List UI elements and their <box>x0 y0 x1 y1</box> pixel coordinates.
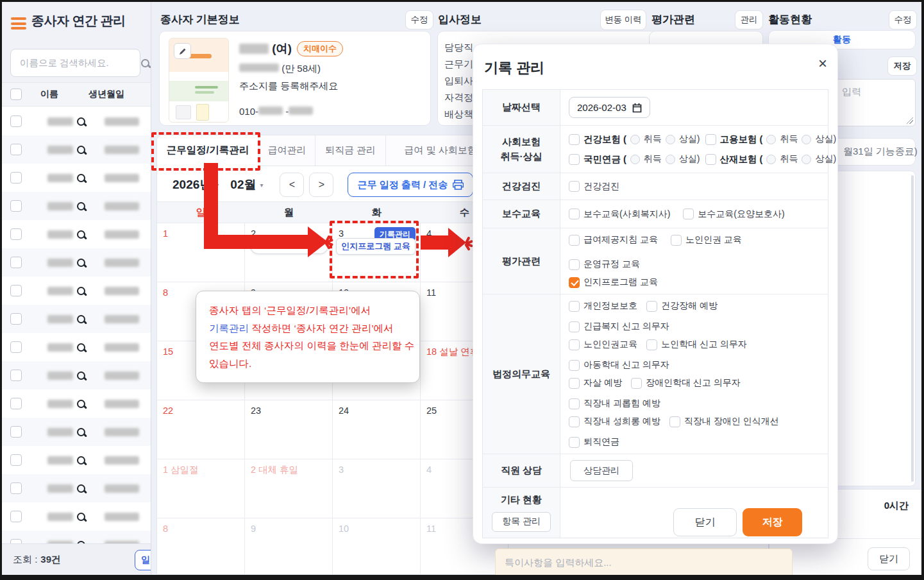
row-checkbox[interactable] <box>10 482 22 494</box>
search-icon[interactable] <box>77 259 85 267</box>
list-item[interactable] <box>0 248 151 277</box>
checkbox[interactable] <box>569 154 580 165</box>
calendar-day-cell[interactable]: 8 <box>157 518 245 575</box>
row-checkbox[interactable] <box>10 398 22 409</box>
list-item[interactable] <box>0 192 151 220</box>
training-item[interactable]: 보수교육(요양보호사) <box>683 209 784 220</box>
list-item[interactable] <box>0 418 151 446</box>
search-icon[interactable] <box>77 230 85 239</box>
calendar-day-cell[interactable]: 23 <box>245 400 333 459</box>
calendar-day-cell[interactable]: 1 <box>157 223 245 282</box>
evaluation-item[interactable]: 노인인권 교육 <box>671 234 742 246</box>
training-item[interactable]: 보수교육(사회복지사) <box>569 209 670 220</box>
legal-education-item[interactable]: 자살 예방 <box>569 377 622 389</box>
sidebar-footer-button-partial[interactable]: 일 <box>135 550 151 570</box>
checkbox[interactable] <box>569 360 580 371</box>
search-icon[interactable] <box>77 484 85 493</box>
insurance-item[interactable]: 산재보험 (취득상실) <box>705 153 837 166</box>
checkbox[interactable] <box>646 339 657 350</box>
row-checkbox[interactable] <box>10 454 22 466</box>
list-item[interactable] <box>0 446 151 474</box>
checkbox[interactable] <box>569 259 580 270</box>
basic-info-edit-button[interactable]: 수정 <box>405 10 433 30</box>
print-schedule-button[interactable]: 근무 일정 출력 / 전송 <box>348 173 473 197</box>
radio-acquire[interactable] <box>630 135 640 144</box>
list-item[interactable] <box>0 220 151 248</box>
list-item[interactable] <box>0 531 151 544</box>
hamburger-menu-icon[interactable] <box>11 17 26 30</box>
list-item[interactable] <box>0 474 151 502</box>
row-checkbox[interactable] <box>10 172 22 183</box>
calendar-day-cell[interactable]: 2 대체 휴일 <box>245 459 333 518</box>
radio-loss[interactable] <box>666 135 675 144</box>
calendar-day-cell[interactable]: 1 삼일절 <box>157 459 245 518</box>
prev-month-button[interactable]: < <box>280 173 304 197</box>
evaluation-item[interactable]: 급여제공지침 교육 <box>569 234 658 246</box>
month-selector[interactable]: 02월▾ <box>230 176 263 193</box>
modal-save-button[interactable]: 저장 <box>743 508 802 536</box>
calendar-day-cell[interactable]: 22 <box>157 400 245 459</box>
checkbox[interactable] <box>705 154 716 165</box>
checkbox[interactable] <box>569 134 580 145</box>
list-item[interactable] <box>0 164 151 192</box>
search-icon[interactable] <box>77 287 85 295</box>
checkbox[interactable] <box>569 209 580 219</box>
checkbox[interactable] <box>569 235 580 246</box>
row-checkbox[interactable] <box>10 200 22 212</box>
row-checkbox[interactable] <box>10 511 22 522</box>
list-item[interactable] <box>0 502 151 531</box>
list-item[interactable] <box>0 135 151 164</box>
calendar-day-cell[interactable]: 3 <box>333 459 421 518</box>
legal-education-item[interactable]: 개인정보보호 <box>569 300 637 312</box>
list-item[interactable] <box>0 305 151 333</box>
list-item[interactable] <box>0 107 151 135</box>
legal-education-item[interactable]: 직장내 괴롭힘 예방 <box>569 398 660 409</box>
legal-education-item[interactable]: 직장내 성희롱 예방 <box>569 416 660 427</box>
tab-2[interactable]: 퇴직금 관리 <box>315 135 386 166</box>
row-checkbox[interactable] <box>10 144 22 155</box>
checkup-item[interactable]: 건강검진 <box>569 181 819 192</box>
legal-education-item[interactable]: 노인인권교육 <box>569 339 637 350</box>
row-checkbox[interactable] <box>10 228 22 240</box>
radio-acquire[interactable] <box>766 135 776 144</box>
radio-loss[interactable] <box>802 135 811 144</box>
legal-education-item[interactable]: 아동학대 신고 의무자 <box>569 359 669 371</box>
tab-1[interactable]: 급여관리 <box>259 135 315 166</box>
search-input[interactable] <box>19 57 141 69</box>
checkbox-checked[interactable] <box>569 277 580 288</box>
insurance-item[interactable]: 국민연금 (취득상실) <box>569 153 700 166</box>
search-icon[interactable] <box>77 428 85 436</box>
select-all-checkbox[interactable] <box>10 89 22 100</box>
checkbox[interactable] <box>683 209 694 219</box>
search-icon[interactable] <box>77 117 85 126</box>
search-icon[interactable] <box>77 400 85 408</box>
insurance-item[interactable]: 고용보험 (취득상실) <box>705 133 837 146</box>
legal-education-item[interactable]: 긴급복지 신고 의무자 <box>569 321 669 332</box>
list-item[interactable] <box>0 333 151 361</box>
row-checkbox[interactable] <box>10 341 22 353</box>
radio-loss[interactable] <box>666 155 675 164</box>
memo-save-button[interactable]: 저장 <box>887 56 917 76</box>
panel-close-button[interactable]: 닫기 <box>868 547 910 570</box>
calendar-day-cell[interactable]: 10 <box>333 518 421 575</box>
checkbox[interactable] <box>669 416 680 427</box>
calendar-day-cell[interactable]: 9 <box>245 518 333 575</box>
row-checkbox[interactable] <box>10 426 22 438</box>
modal-close-button[interactable]: 닫기 <box>673 508 737 536</box>
date-input[interactable]: 2026-02-03 <box>569 97 650 118</box>
counsel-manage-button[interactable]: 상담관리 <box>570 460 633 481</box>
checkbox[interactable] <box>569 398 580 409</box>
row-checkbox[interactable] <box>10 115 22 127</box>
radio-acquire[interactable] <box>766 155 776 164</box>
radio-loss[interactable] <box>802 155 811 164</box>
legal-education-item[interactable]: 장애인학대 신고 의무자 <box>631 377 741 389</box>
evaluation-manage-button[interactable]: 관리 <box>735 10 763 30</box>
modal-close-icon[interactable]: × <box>818 56 827 71</box>
row-checkbox[interactable] <box>10 285 22 296</box>
checkbox[interactable] <box>646 301 657 312</box>
checkbox[interactable] <box>569 339 580 350</box>
insurance-item[interactable]: 건강보험 (취득상실) <box>569 133 700 146</box>
checkbox[interactable] <box>705 134 716 145</box>
next-month-button[interactable]: > <box>309 173 333 197</box>
row-checkbox[interactable] <box>10 370 22 381</box>
